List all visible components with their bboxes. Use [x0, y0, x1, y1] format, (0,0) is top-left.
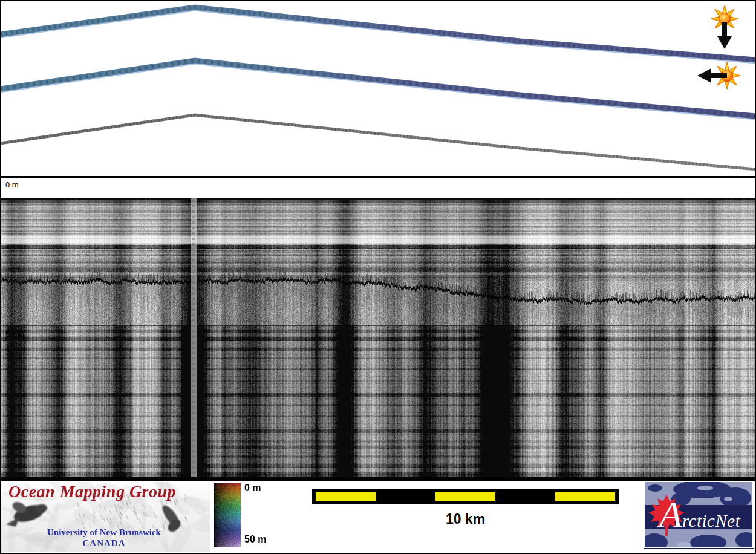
omg-country: CANADA	[1, 538, 207, 549]
colorbar-top-label: 0 m	[244, 483, 261, 494]
track-overview-panel	[0, 0, 756, 176]
omg-logo: Ocean Mapping Group University of New Br…	[1, 482, 210, 552]
scalebar-segment	[376, 492, 435, 501]
scalebar-segment	[316, 492, 376, 501]
scalebar-segment	[555, 492, 615, 501]
distance-scalebar	[312, 489, 619, 504]
panel-divider	[0, 176, 756, 178]
arcticnet-underline	[644, 548, 754, 549]
surface-depth-label: 0 m	[5, 180, 19, 189]
arcticnet-wordmark: ArcticNet	[659, 495, 740, 533]
scalebar-label: 10 km	[312, 511, 619, 527]
arcticnet-logo: ArcticNet	[645, 482, 752, 547]
figure-root: 0 m 50 m Ocean Mapping Group University …	[0, 0, 756, 554]
echogram-header-strip	[0, 178, 756, 198]
omg-university: University of New Brunswick	[1, 527, 207, 538]
echogram-canvas	[1, 198, 755, 477]
scalebar-segment	[435, 492, 495, 501]
depth-colorbar	[214, 483, 241, 547]
panel-divider	[0, 477, 756, 481]
frame-border	[0, 0, 756, 1]
omg-title: Ocean Mapping Group	[8, 482, 176, 501]
footer-bar: Ocean Mapping Group University of New Br…	[0, 481, 756, 554]
track-overview-svg	[0, 0, 756, 176]
frame-border	[0, 0, 1, 554]
depth-50m-label: 50 m	[5, 330, 24, 339]
scalebar-segment	[495, 492, 555, 501]
colorbar-bottom-label: 50 m	[244, 534, 266, 545]
